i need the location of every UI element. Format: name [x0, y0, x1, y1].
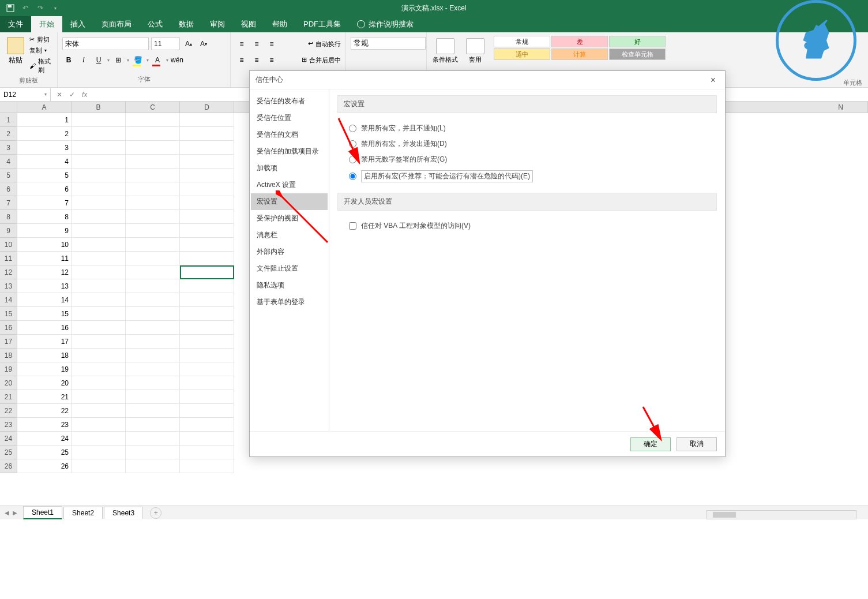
align-bottom-button[interactable]: ≡ — [265, 38, 278, 50]
row-header[interactable]: 9 — [0, 224, 17, 238]
row-header[interactable]: 13 — [0, 279, 17, 293]
grid-cell[interactable] — [72, 141, 126, 155]
grid-cell[interactable] — [180, 418, 234, 432]
align-left-button[interactable]: ≡ — [235, 54, 248, 66]
grid-cell[interactable] — [180, 349, 234, 362]
grid-cell[interactable] — [126, 224, 180, 238]
sidebar-trusted-locations[interactable]: 受信任位置 — [251, 110, 328, 126]
grid-cell[interactable]: 13 — [17, 279, 72, 293]
sheet-nav-prev-icon[interactable]: ◀ — [5, 510, 9, 516]
merge-button[interactable]: ⊞合并后居中 — [302, 56, 341, 65]
select-all-corner[interactable] — [0, 102, 17, 113]
grid-cell[interactable] — [180, 459, 234, 473]
grid-cell[interactable] — [126, 155, 180, 169]
grid-cell[interactable] — [72, 349, 126, 362]
grid-cell[interactable] — [126, 432, 180, 445]
row-header[interactable]: 26 — [0, 459, 17, 473]
tab-view[interactable]: 视图 — [233, 16, 264, 32]
grid-cell[interactable] — [180, 182, 234, 196]
row-header[interactable]: 11 — [0, 252, 17, 265]
grid-cell[interactable]: 9 — [17, 224, 72, 238]
grid-cell[interactable]: 18 — [17, 349, 72, 362]
grid-cell[interactable]: 6 — [17, 182, 72, 196]
grid-cell[interactable] — [180, 404, 234, 418]
grid-cell[interactable]: 25 — [17, 445, 72, 459]
row-header[interactable]: 18 — [0, 349, 17, 362]
grid-cell[interactable] — [72, 307, 126, 321]
grid-cell[interactable] — [72, 265, 126, 279]
dialog-titlebar[interactable]: 信任中心 × — [250, 71, 725, 89]
grid-cell[interactable] — [126, 113, 180, 127]
grid-cell[interactable] — [180, 376, 234, 390]
radio-disable-unsigned[interactable]: 禁用无数字签署的所有宏(G) — [349, 155, 705, 164]
grid-cell[interactable] — [126, 279, 180, 293]
grid-cell[interactable] — [126, 335, 180, 349]
sidebar-macro-settings[interactable]: 宏设置 — [251, 193, 328, 210]
cut-button[interactable]: ✂剪切 — [29, 35, 52, 44]
row-header[interactable]: 1 — [0, 113, 17, 127]
grid-cell[interactable] — [72, 418, 126, 432]
grid-cell[interactable] — [72, 127, 126, 141]
grid-cell[interactable] — [72, 459, 126, 473]
grid-cell[interactable] — [126, 293, 180, 307]
qat-more-icon[interactable]: ▾ — [51, 3, 60, 13]
grid-cell[interactable] — [126, 445, 180, 459]
sidebar-trusted-publishers[interactable]: 受信任的发布者 — [251, 93, 328, 110]
sidebar-trusted-documents[interactable]: 受信任的文档 — [251, 126, 328, 143]
grid-cell[interactable] — [126, 418, 180, 432]
grid-cell[interactable] — [126, 210, 180, 224]
grid-cell[interactable] — [126, 182, 180, 196]
sidebar-file-block[interactable]: 文件阻止设置 — [251, 260, 328, 277]
row-header[interactable]: 5 — [0, 169, 17, 182]
grid-cell[interactable] — [180, 293, 234, 307]
grid-cell[interactable] — [72, 224, 126, 238]
grid-cell[interactable]: 22 — [17, 404, 72, 418]
copy-button[interactable]: 复制▾ — [29, 46, 52, 55]
col-header-d[interactable]: D — [180, 102, 234, 113]
grid-cell[interactable]: 5 — [17, 169, 72, 182]
grid-cell[interactable] — [126, 307, 180, 321]
sidebar-activex[interactable]: ActiveX 设置 — [251, 177, 328, 193]
cell-style-calc[interactable]: 计算 — [551, 48, 608, 60]
align-right-button[interactable]: ≡ — [265, 54, 278, 66]
sidebar-external-content[interactable]: 外部内容 — [251, 244, 328, 260]
grid-cell[interactable]: 10 — [17, 238, 72, 252]
radio-enable-all[interactable]: 启用所有宏(不推荐；可能会运行有潜在危险的代码)(E) — [349, 170, 705, 182]
cell-style-check[interactable]: 检查单元格 — [609, 48, 666, 60]
align-middle-button[interactable]: ≡ — [250, 38, 263, 50]
grid-cell[interactable] — [126, 265, 180, 279]
grid-cell[interactable]: 19 — [17, 362, 72, 376]
grid-cell[interactable] — [180, 307, 234, 321]
bold-button[interactable]: B — [62, 54, 75, 66]
align-top-button[interactable]: ≡ — [235, 38, 248, 50]
row-header[interactable]: 22 — [0, 404, 17, 418]
fx-icon[interactable]: fx — [82, 91, 87, 99]
tab-data[interactable]: 数据 — [171, 16, 202, 32]
grid-cell[interactable] — [126, 459, 180, 473]
sidebar-protected-view[interactable]: 受保护的视图 — [251, 210, 328, 227]
grid-cell[interactable] — [126, 404, 180, 418]
dialog-close-button[interactable]: × — [707, 75, 719, 85]
grid-cell[interactable] — [126, 169, 180, 182]
grid-cell[interactable] — [126, 196, 180, 210]
grid-cell[interactable]: 26 — [17, 459, 72, 473]
add-sheet-button[interactable]: + — [150, 507, 161, 519]
grid-cell[interactable] — [72, 390, 126, 404]
grid-cell[interactable]: 11 — [17, 252, 72, 265]
row-header[interactable]: 20 — [0, 376, 17, 390]
name-box[interactable]: D12 ▾ — [0, 88, 51, 101]
grid-cell[interactable] — [180, 238, 234, 252]
grid-cell[interactable] — [72, 279, 126, 293]
row-header[interactable]: 2 — [0, 127, 17, 141]
grid-cell[interactable] — [72, 321, 126, 335]
wrap-text-button[interactable]: ↩自动换行 — [308, 40, 341, 48]
col-header-a[interactable]: A — [17, 102, 72, 113]
sheet-tab-1[interactable]: Sheet1 — [23, 506, 62, 519]
tab-tellme[interactable]: 操作说明搜索 — [349, 16, 422, 32]
grid-cell[interactable] — [180, 265, 234, 279]
grid-cell[interactable] — [72, 196, 126, 210]
ok-button[interactable]: 确定 — [630, 437, 671, 451]
grid-cell[interactable]: 8 — [17, 210, 72, 224]
grid-cell[interactable] — [180, 445, 234, 459]
grid-cell[interactable] — [72, 238, 126, 252]
